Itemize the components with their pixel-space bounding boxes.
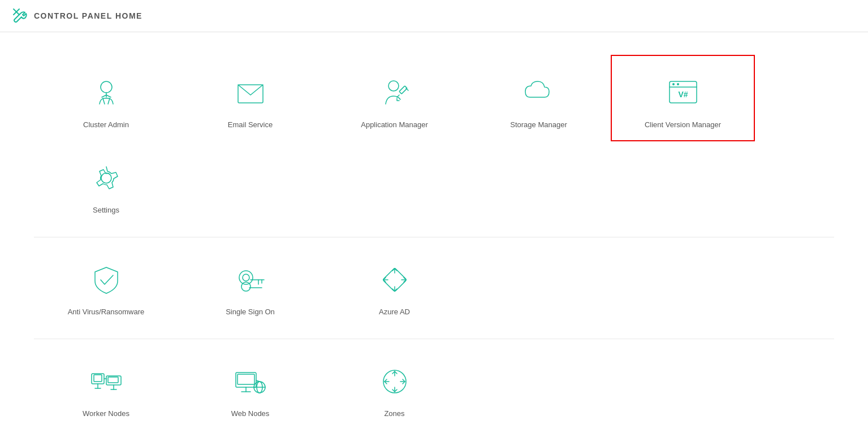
storage-manager-label: Storage Manager xyxy=(510,120,567,129)
svg-line-7 xyxy=(108,98,110,104)
grid-item-storage-manager[interactable]: Storage Manager xyxy=(467,55,611,141)
svg-point-24 xyxy=(241,282,251,291)
grid-item-email-service[interactable]: Email Service xyxy=(178,55,322,141)
zones-icon xyxy=(375,362,414,401)
cluster-admin-label: Cluster Admin xyxy=(83,120,129,129)
web-nodes-label: Web Nodes xyxy=(231,409,270,418)
grid-item-anti-virus[interactable]: Anti Virus/Ransomware xyxy=(34,243,178,327)
client-version-manager-icon: V# xyxy=(663,73,703,112)
email-service-icon xyxy=(231,73,270,112)
zones-label: Zones xyxy=(384,409,404,418)
section-1: Cluster Admin Email Service xyxy=(34,55,834,237)
anti-virus-icon xyxy=(87,260,126,300)
worker-nodes-icon xyxy=(87,362,126,401)
grid-item-application-manager[interactable]: Application Manager xyxy=(322,55,467,141)
svg-text:V#: V# xyxy=(678,90,688,99)
header: CONTROL PANEL HOME xyxy=(0,0,868,32)
client-version-manager-label: Client Version Manager xyxy=(645,120,721,129)
svg-point-15 xyxy=(672,83,675,85)
logo-icon xyxy=(11,7,27,25)
application-manager-label: Application Manager xyxy=(361,120,428,129)
svg-point-20 xyxy=(243,274,249,281)
svg-point-2 xyxy=(101,81,112,93)
grid-item-azure-ad[interactable]: Azure AD xyxy=(322,243,467,327)
svg-rect-32 xyxy=(94,375,102,382)
azure-ad-label: Azure AD xyxy=(379,308,410,316)
single-sign-on-icon xyxy=(231,260,270,300)
svg-line-47 xyxy=(256,380,260,382)
svg-rect-41 xyxy=(237,374,254,384)
svg-rect-40 xyxy=(236,373,256,387)
grid-item-settings[interactable]: Settings xyxy=(34,141,178,226)
grid-item-web-nodes[interactable]: Web Nodes xyxy=(178,345,322,429)
svg-point-9 xyxy=(388,81,399,91)
application-manager-icon xyxy=(375,73,414,112)
grid-item-worker-nodes[interactable]: Worker Nodes xyxy=(34,345,178,429)
section-2: Anti Virus/Ransomware Single Sign On xyxy=(34,243,834,339)
svg-line-6 xyxy=(103,98,105,104)
cluster-admin-icon xyxy=(87,73,126,112)
page-title: CONTROL PANEL HOME xyxy=(34,11,142,20)
settings-label: Settings xyxy=(93,206,119,214)
main-content: Cluster Admin Email Service xyxy=(0,32,868,433)
settings-icon xyxy=(87,158,126,198)
storage-manager-icon xyxy=(519,73,559,112)
grid-item-zones[interactable]: Zones xyxy=(322,345,467,429)
svg-rect-10 xyxy=(399,86,407,94)
web-nodes-icon xyxy=(231,362,270,401)
section-3: Worker Nodes Web Nodes xyxy=(34,345,834,433)
svg-rect-36 xyxy=(108,377,118,383)
grid-item-single-sign-on[interactable]: Single Sign On xyxy=(178,243,322,327)
single-sign-on-label: Single Sign On xyxy=(226,308,275,316)
anti-virus-label: Anti Virus/Ransomware xyxy=(68,308,145,316)
azure-ad-icon xyxy=(375,260,414,300)
worker-nodes-label: Worker Nodes xyxy=(83,409,129,418)
svg-point-18 xyxy=(101,173,111,183)
svg-line-5 xyxy=(106,95,111,97)
grid-item-cluster-admin[interactable]: Cluster Admin xyxy=(34,55,178,141)
svg-line-4 xyxy=(102,95,106,97)
grid-item-client-version-manager[interactable]: V# Client Version Manager xyxy=(611,55,755,141)
svg-point-16 xyxy=(677,83,679,85)
email-service-label: Email Service xyxy=(228,120,273,129)
